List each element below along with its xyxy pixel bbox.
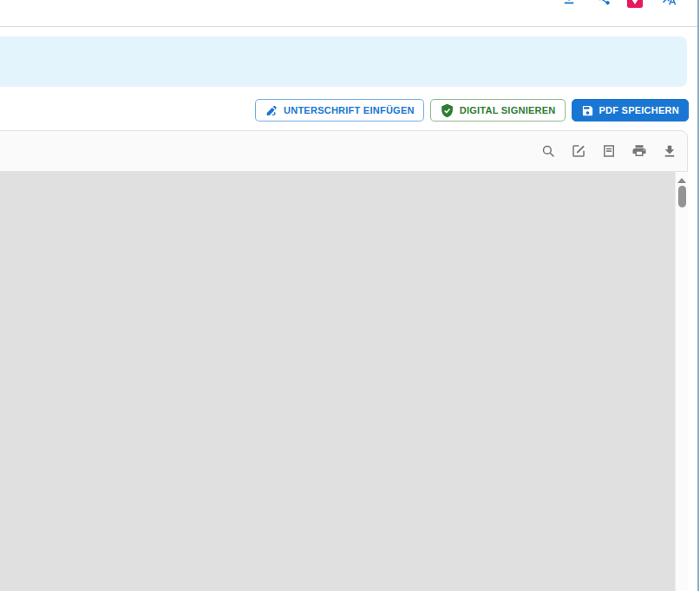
viewer-toolbar [0,130,688,172]
viewer-scrollbar-thumb[interactable] [678,186,686,207]
insert-signature-label: UNTERSCHRIFT EINFÜGEN [284,105,415,115]
save-icon [581,104,594,117]
download-icon[interactable] [561,0,577,6]
draw-signature-icon [265,103,278,117]
translate-icon[interactable] [661,0,677,6]
digital-sign-button[interactable]: DIGITAL SIGNIEREN [430,99,566,121]
viewer-toolbar-icons [540,143,677,159]
print-icon[interactable] [631,143,647,159]
viewer-scrollbar[interactable] [675,172,688,591]
save-pdf-label: PDF SPEICHERN [599,105,680,115]
download-icon[interactable] [662,143,677,159]
shield-check-icon [440,103,455,118]
save-pdf-button[interactable]: PDF SPEICHERN [572,99,690,121]
document-pages-icon[interactable] [601,143,617,159]
top-app-bar [0,0,697,27]
brand-badge[interactable] [627,0,643,9]
insert-signature-button[interactable]: UNTERSCHRIFT EINFÜGEN [255,99,424,121]
annotate-icon[interactable] [571,143,586,159]
page: UNTERSCHRIFT EINFÜGEN DIGITAL SIGNIEREN … [0,0,700,591]
digital-sign-label: DIGITAL SIGNIEREN [460,105,556,115]
scroll-up-arrow-icon[interactable] [677,178,686,183]
page-scrollbar[interactable] [697,0,699,591]
document-actions: UNTERSCHRIFT EINFÜGEN DIGITAL SIGNIEREN … [255,99,689,121]
share-icon[interactable] [596,0,612,6]
search-icon[interactable] [540,143,556,159]
pdf-viewer-area[interactable] [0,172,688,591]
info-banner [0,36,687,87]
